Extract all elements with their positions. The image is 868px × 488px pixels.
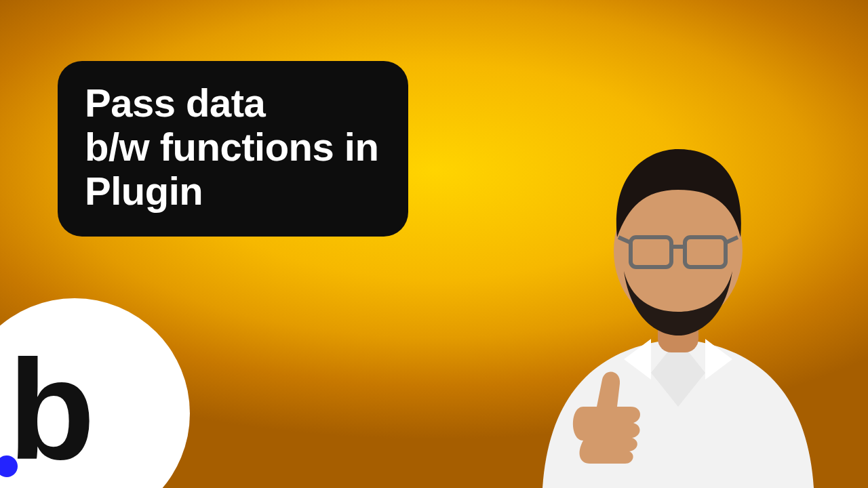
title-card: Pass data b/w functions in Plugin (58, 61, 408, 237)
presenter-photo (488, 68, 868, 488)
logo-letter: b (8, 330, 91, 488)
logo-inner: b (8, 339, 171, 488)
title-text: Pass data b/w functions in Plugin (85, 81, 378, 214)
logo-badge: b (0, 298, 190, 488)
title-line-3: Plugin (85, 169, 203, 213)
thumbnail-canvas: Pass data b/w functions in Plugin b (0, 0, 868, 488)
title-line-2: b/w functions in (85, 125, 378, 169)
title-line-1: Pass data (85, 81, 265, 125)
